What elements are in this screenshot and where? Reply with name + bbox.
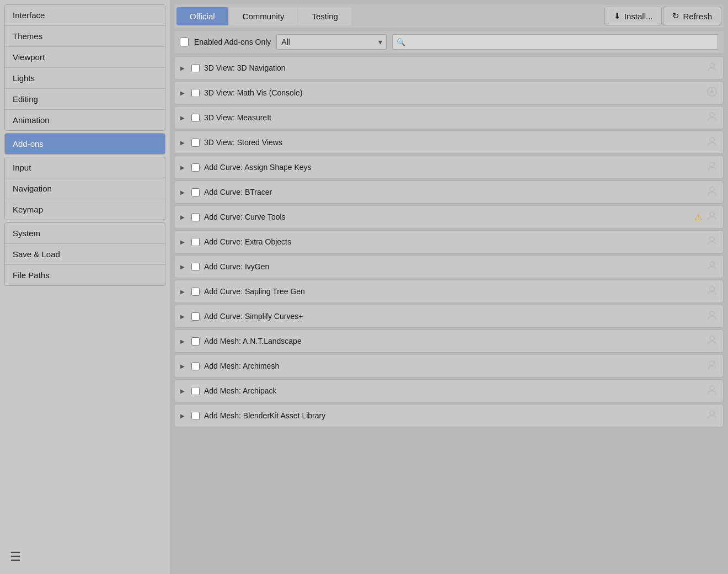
sidebar-item-themes[interactable]: Themes [5,26,165,47]
sidebar-group-group3: InputNavigationKeymap [4,157,165,220]
addon-enable-checkbox[interactable] [191,188,200,196]
addon-enable-checkbox[interactable] [191,412,200,420]
expand-arrow-icon[interactable]: ▶ [180,338,187,344]
addon-row[interactable]: ▶3D View: 3D Navigation [174,56,724,79]
sidebar-item-addons[interactable]: Add-ons [5,134,165,154]
user-icon [706,136,718,149]
search-wrapper [392,34,718,50]
sidebar-item-lights[interactable]: Lights [5,68,165,89]
addon-name: Add Mesh: A.N.T.Landscape [204,337,702,346]
addon-row[interactable]: ▶Add Curve: BTracer [174,180,724,204]
search-input[interactable] [392,34,718,50]
user-icon [706,185,718,199]
addon-enable-checkbox[interactable] [191,64,200,72]
sidebar-item-system[interactable]: System [5,223,165,244]
sidebar-item-interface[interactable]: Interface [5,5,165,26]
addon-enable-checkbox[interactable] [191,312,200,321]
svg-point-12 [710,311,714,316]
main-content: OfficialCommunityTesting ⬇ Install... ↻ … [170,0,728,574]
expand-arrow-icon[interactable]: ▶ [180,115,187,121]
svg-point-7 [710,187,714,192]
addon-name: 3D View: Stored Views [204,138,702,147]
addon-enable-checkbox[interactable] [191,362,200,370]
sidebar-item-animation[interactable]: Animation [5,110,165,130]
addon-enable-checkbox[interactable] [191,163,200,172]
addon-enable-checkbox[interactable] [191,114,200,122]
blender-icon [706,86,718,99]
tab-official[interactable]: Official [176,7,228,25]
svg-point-14 [710,361,714,365]
addon-row[interactable]: ▶Add Mesh: Archipack [174,379,724,402]
addon-enable-checkbox[interactable] [191,139,200,147]
filter-bar: Enabled Add-ons Only All3D ViewAdd Curve… [174,31,724,53]
svg-point-5 [710,137,714,142]
enabled-only-checkbox[interactable] [180,38,189,46]
addon-row[interactable]: ▶Add Curve: Curve Tools⚠ [174,205,724,228]
expand-arrow-icon[interactable]: ▶ [180,264,187,270]
addon-row[interactable]: ▶Add Curve: Assign Shape Keys [174,156,724,179]
expand-arrow-icon[interactable]: ▶ [180,90,187,96]
user-icon [706,210,718,224]
addon-name: 3D View: 3D Navigation [204,63,702,72]
sidebar: InterfaceThemesViewportLightsEditingAnim… [0,0,170,574]
user-icon [706,409,718,422]
addon-enable-checkbox[interactable] [191,89,200,97]
addon-enable-checkbox[interactable] [191,337,200,346]
expand-arrow-icon[interactable]: ▶ [180,239,187,245]
addon-row[interactable]: ▶Add Curve: Extra Objects [174,230,724,253]
svg-point-15 [710,386,714,390]
user-icon [706,285,718,298]
addon-name: Add Curve: Extra Objects [204,237,702,246]
category-select[interactable]: All3D ViewAdd CurveAdd MeshAnimationImpo… [276,34,387,50]
user-icon [706,235,718,248]
addon-enable-checkbox[interactable] [191,213,200,221]
addon-enable-checkbox[interactable] [191,238,200,246]
sidebar-item-file-paths[interactable]: File Paths [5,265,165,285]
addon-name: 3D View: MeasureIt [204,113,702,122]
refresh-button[interactable]: ↻ Refresh [663,7,721,25]
sidebar-item-editing[interactable]: Editing [5,89,165,110]
sidebar-item-viewport[interactable]: Viewport [5,47,165,68]
svg-point-8 [710,212,714,216]
addon-row[interactable]: ▶Add Curve: Sapling Tree Gen [174,280,724,303]
install-button[interactable]: ⬇ Install... [604,7,662,25]
hamburger-icon[interactable]: ☰ [6,548,25,566]
addon-row[interactable]: ▶3D View: Stored Views [174,131,724,154]
refresh-label: Refresh [683,12,712,21]
expand-arrow-icon[interactable]: ▶ [180,140,187,146]
expand-arrow-icon[interactable]: ▶ [180,289,187,295]
expand-arrow-icon[interactable]: ▶ [180,214,187,220]
addon-name: Add Mesh: Archipack [204,386,702,395]
addon-enable-checkbox[interactable] [191,288,200,296]
sidebar-item-input[interactable]: Input [5,157,165,178]
addon-row[interactable]: ▶Add Curve: IvyGen [174,255,724,278]
sidebar-item-save-load[interactable]: Save & Load [5,244,165,265]
sidebar-item-keymap[interactable]: Keymap [5,199,165,220]
user-icon [706,334,718,348]
addon-row[interactable]: ▶Add Mesh: A.N.T.Landscape [174,329,724,353]
addon-row[interactable]: ▶3D View: MeasureIt [174,106,724,129]
expand-arrow-icon[interactable]: ▶ [180,164,187,171]
expand-arrow-icon[interactable]: ▶ [180,313,187,320]
user-icon [706,310,718,323]
category-select-wrapper: All3D ViewAdd CurveAdd MeshAnimationImpo… [276,34,387,50]
user-icon [706,111,718,124]
svg-point-9 [710,237,714,241]
expand-arrow-icon[interactable]: ▶ [180,363,187,369]
addon-row[interactable]: ▶Add Mesh: BlenderKit Asset Library [174,404,724,427]
sidebar-item-navigation[interactable]: Navigation [5,178,165,199]
addon-enable-checkbox[interactable] [191,387,200,395]
sidebar-group-group4: SystemSave & LoadFile Paths [4,222,165,286]
addon-row[interactable]: ▶Add Mesh: Archimesh [174,354,724,378]
addon-enable-checkbox[interactable] [191,263,200,271]
expand-arrow-icon[interactable]: ▶ [180,189,187,195]
tab-testing[interactable]: Testing [298,7,351,25]
sidebar-group-group2: Add-ons [4,133,165,155]
addon-row[interactable]: ▶Add Curve: Simplify Curves+ [174,305,724,328]
expand-arrow-icon[interactable]: ▶ [180,65,187,71]
download-icon: ⬇ [614,11,621,21]
tab-community[interactable]: Community [229,7,298,25]
expand-arrow-icon[interactable]: ▶ [180,388,187,394]
expand-arrow-icon[interactable]: ▶ [180,413,187,419]
addon-row[interactable]: ▶3D View: Math Vis (Console) [174,81,724,104]
